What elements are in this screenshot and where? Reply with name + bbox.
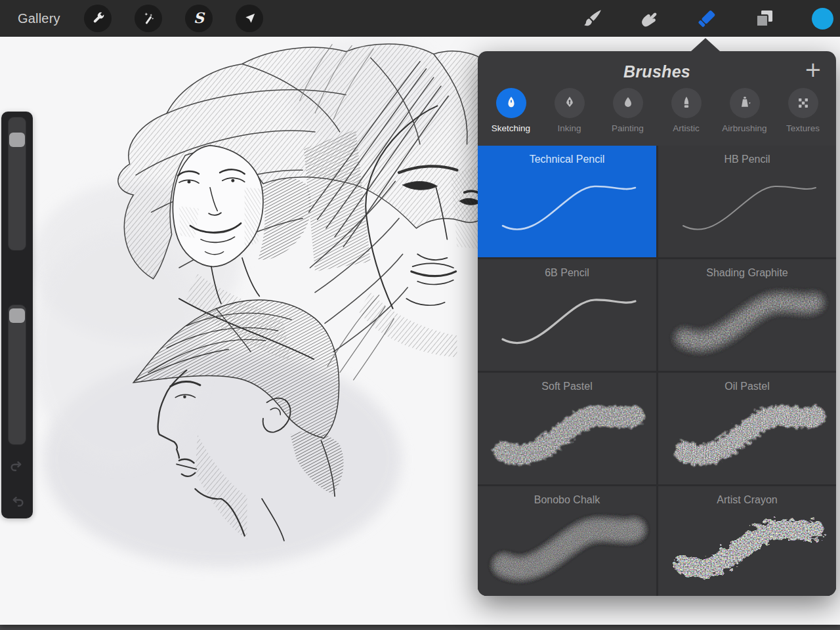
magic-wand-icon [141, 11, 156, 26]
top-toolbar: Gallery S [0, 0, 840, 37]
popover-arrow [691, 38, 720, 51]
tab-textures[interactable]: Textures [774, 88, 832, 146]
redo-arrow-icon [9, 494, 26, 511]
sketching-pencil-icon [503, 94, 520, 112]
smudge-tool-button[interactable] [630, 0, 667, 37]
brush-hb-pencil[interactable]: HB Pencil [658, 146, 836, 257]
paintbrush-icon [581, 7, 604, 30]
tab-label: Sketching [492, 123, 530, 133]
wrench-icon [91, 11, 106, 26]
brush-stroke-preview [658, 373, 836, 484]
brush-grid: Technical Pencil HB Pencil 6B Pencil Sha… [478, 146, 836, 596]
paint-tool-button[interactable] [574, 0, 611, 37]
brush-stroke-preview [478, 486, 656, 596]
brush-stroke-preview [478, 146, 656, 257]
brush-stroke-preview [658, 486, 836, 596]
brush-bonobo-chalk[interactable]: Bonobo Chalk [478, 486, 656, 596]
undo-button[interactable] [8, 458, 26, 476]
tab-label: Artistic [673, 123, 700, 133]
brush-stroke-preview [658, 146, 836, 257]
transform-button[interactable] [236, 5, 263, 32]
tab-label: Textures [786, 123, 820, 133]
brush-stroke-preview [478, 373, 656, 484]
tab-inking[interactable]: Inking [540, 88, 598, 146]
brushes-popover: Brushes + Sketching Inking Painting [478, 51, 836, 596]
layers-button[interactable] [746, 0, 783, 37]
brush-size-handle[interactable] [9, 133, 25, 147]
painting-drop-icon [620, 94, 637, 112]
tab-label: Painting [612, 123, 644, 133]
erase-tool-button[interactable] [688, 0, 725, 37]
brush-oil-pastel[interactable]: Oil Pastel [658, 373, 836, 484]
inking-nib-icon [561, 94, 578, 112]
add-brush-button[interactable]: + [802, 59, 824, 81]
eraser-icon [695, 7, 719, 30]
color-circle-icon [812, 8, 833, 30]
smudge-finger-icon [637, 7, 660, 30]
brush-soft-pastel[interactable]: Soft Pastel [478, 373, 656, 484]
brush-category-tabs: Sketching Inking Painting Artistic [478, 88, 836, 146]
layers-icon [753, 7, 776, 30]
selection-button[interactable]: S [185, 5, 213, 32]
gallery-button[interactable]: Gallery [18, 0, 60, 37]
brush-stroke-preview [478, 259, 656, 371]
canvas-sidebar [1, 112, 33, 518]
tab-painting[interactable]: Painting [598, 88, 657, 146]
brush-shading-graphite[interactable]: Shading Graphite [658, 259, 836, 371]
brush-opacity-slider[interactable] [8, 304, 26, 445]
cursor-arrow-icon [242, 11, 257, 26]
artistic-brush-tip-icon [678, 94, 695, 112]
airbrushing-gun-icon [736, 94, 753, 112]
adjustments-button[interactable] [135, 5, 162, 32]
undo-arrow-icon [9, 459, 26, 476]
tab-sketching[interactable]: Sketching [482, 88, 540, 146]
brush-6b-pencil[interactable]: 6B Pencil [478, 259, 656, 371]
tab-label: Airbrushing [722, 123, 766, 133]
brush-stroke-preview [658, 259, 836, 371]
s-icon: S [194, 9, 204, 26]
brush-opacity-handle[interactable] [9, 308, 25, 323]
brush-size-slider[interactable] [8, 117, 26, 251]
color-tool-button[interactable] [804, 0, 840, 37]
tab-artistic[interactable]: Artistic [657, 88, 715, 146]
actions-button[interactable] [84, 5, 112, 32]
redo-button[interactable] [8, 494, 26, 512]
brush-artist-crayon[interactable]: Artist Crayon [658, 486, 836, 596]
textures-pixels-icon [795, 94, 812, 112]
brush-technical-pencil[interactable]: Technical Pencil [478, 146, 656, 257]
tab-airbrushing[interactable]: Airbrushing [715, 88, 774, 146]
tab-label: Inking [557, 123, 581, 133]
brushes-title: Brushes [478, 51, 836, 89]
